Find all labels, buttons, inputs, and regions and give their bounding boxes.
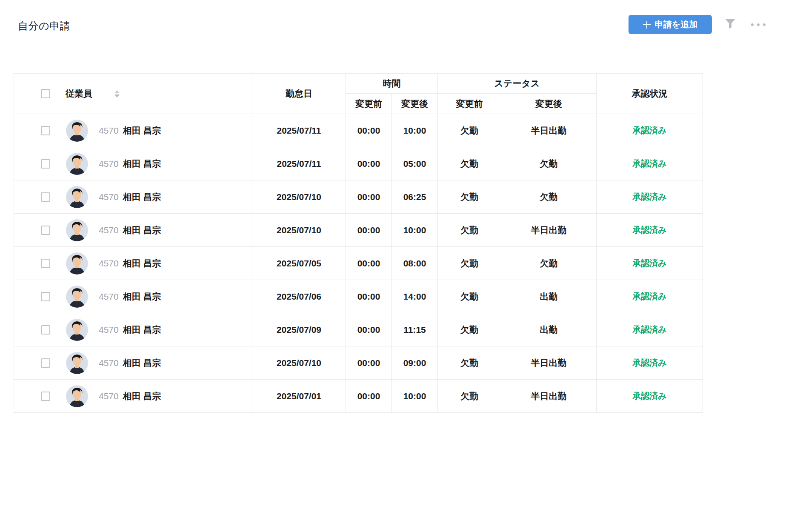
table-row: 4570 相田 昌宗 2025/07/10 00:00 09:00 欠勤 半日出…	[14, 346, 703, 380]
row-checkbox[interactable]	[41, 392, 50, 401]
employee-name: 相田 昌宗	[123, 158, 161, 170]
table-row: 4570 相田 昌宗 2025/07/10 00:00 06:25 欠勤 欠勤 …	[14, 180, 703, 214]
table-row: 4570 相田 昌宗 2025/07/10 00:00 10:00 欠勤 半日出…	[14, 214, 703, 247]
column-header-approval: 承認状況	[597, 74, 703, 114]
more-options-button[interactable]	[749, 20, 768, 29]
employee-id: 4570	[99, 292, 119, 302]
row-checkbox[interactable]	[41, 192, 50, 202]
column-header-date: 勤怠日	[252, 74, 346, 114]
row-checkbox[interactable]	[41, 358, 50, 368]
select-all-checkbox[interactable]	[41, 89, 50, 98]
attendance-date: 2025/07/10	[252, 214, 346, 247]
attendance-date: 2025/07/01	[252, 380, 346, 413]
row-checkbox[interactable]	[41, 292, 50, 301]
avatar	[66, 120, 88, 142]
approval-status: 承認済み	[597, 147, 703, 180]
status-after: 欠勤	[501, 247, 597, 280]
employee-header-label: 従業員	[66, 88, 92, 100]
time-before: 00:00	[346, 346, 392, 380]
time-before: 00:00	[346, 380, 392, 413]
avatar	[66, 153, 88, 175]
employee-name: 相田 昌宗	[123, 324, 161, 336]
status-before: 欠勤	[438, 214, 501, 247]
row-checkbox[interactable]	[41, 159, 50, 169]
plus-icon	[643, 21, 651, 29]
filter-funnel-icon	[724, 25, 737, 31]
column-header-employee: 従業員	[14, 74, 252, 114]
avatar	[66, 286, 88, 308]
status-before: 欠勤	[438, 147, 501, 180]
attendance-date: 2025/07/05	[252, 247, 346, 280]
attendance-date: 2025/07/09	[252, 313, 346, 346]
row-checkbox[interactable]	[41, 126, 50, 135]
approval-status: 承認済み	[597, 313, 703, 346]
column-header-status-after: 変更後	[501, 94, 597, 114]
time-after: 10:00	[392, 214, 438, 247]
approval-status: 承認済み	[597, 214, 703, 247]
employee-id: 4570	[99, 159, 119, 169]
approval-status: 承認済み	[597, 180, 703, 214]
approval-status: 承認済み	[597, 114, 703, 147]
status-before: 欠勤	[438, 114, 501, 147]
filter-button[interactable]	[723, 17, 737, 31]
time-before: 00:00	[346, 247, 392, 280]
avatar	[66, 252, 88, 275]
avatar	[66, 352, 88, 374]
employee-id: 4570	[99, 192, 119, 202]
ellipsis-icon	[751, 23, 754, 26]
row-checkbox[interactable]	[41, 226, 50, 235]
table-row: 4570 相田 昌宗 2025/07/11 00:00 05:00 欠勤 欠勤 …	[14, 147, 703, 180]
row-checkbox[interactable]	[41, 259, 50, 268]
time-after: 11:15	[392, 313, 438, 346]
employee-name: 相田 昌宗	[123, 257, 161, 269]
employee-id: 4570	[99, 358, 119, 368]
column-group-time: 時間	[346, 74, 438, 94]
add-request-button-label: 申請を追加	[655, 19, 697, 30]
attendance-date: 2025/07/06	[252, 280, 346, 313]
employee-name: 相田 昌宗	[123, 357, 161, 369]
table-row: 4570 相田 昌宗 2025/07/06 00:00 14:00 欠勤 出勤 …	[14, 280, 703, 313]
table-row: 4570 相田 昌宗 2025/07/09 00:00 11:15 欠勤 出勤 …	[14, 313, 703, 346]
ellipsis-icon	[763, 23, 766, 26]
sort-asc-icon	[114, 90, 120, 93]
attendance-date: 2025/07/11	[252, 147, 346, 180]
time-after: 05:00	[392, 147, 438, 180]
approval-status: 承認済み	[597, 247, 703, 280]
status-before: 欠勤	[438, 380, 501, 413]
status-before: 欠勤	[438, 180, 501, 214]
status-before: 欠勤	[438, 346, 501, 380]
status-after: 欠勤	[501, 180, 597, 214]
status-after: 半日出勤	[501, 214, 597, 247]
time-before: 00:00	[346, 280, 392, 313]
status-after: 半日出勤	[501, 380, 597, 413]
avatar	[66, 186, 88, 208]
table-row: 4570 相田 昌宗 2025/07/01 00:00 10:00 欠勤 半日出…	[14, 380, 703, 413]
employee-id: 4570	[99, 258, 119, 269]
column-header-status-before: 変更前	[438, 94, 501, 114]
time-before: 00:00	[346, 147, 392, 180]
employee-name: 相田 昌宗	[123, 125, 161, 137]
approval-status: 承認済み	[597, 346, 703, 380]
ellipsis-icon	[757, 23, 760, 26]
time-before: 00:00	[346, 180, 392, 214]
status-after: 半日出勤	[501, 114, 597, 147]
avatar	[66, 319, 88, 341]
approval-status: 承認済み	[597, 380, 703, 413]
status-before: 欠勤	[438, 247, 501, 280]
avatar	[66, 219, 88, 241]
row-checkbox[interactable]	[41, 325, 50, 335]
status-before: 欠勤	[438, 313, 501, 346]
status-after: 出勤	[501, 280, 597, 313]
column-header-time-after: 変更後	[392, 94, 438, 114]
status-before: 欠勤	[438, 280, 501, 313]
attendance-date: 2025/07/10	[252, 346, 346, 380]
add-request-button[interactable]: 申請を追加	[629, 15, 712, 34]
sort-toggle[interactable]	[114, 89, 120, 98]
table-row: 4570 相田 昌宗 2025/07/05 00:00 08:00 欠勤 欠勤 …	[14, 247, 703, 280]
status-after: 出勤	[501, 313, 597, 346]
employee-name: 相田 昌宗	[123, 390, 161, 402]
page-title: 自分の申請	[18, 19, 70, 33]
requests-table: 従業員 勤怠日 時間 ステータス 承認状況 変更前 変更後 変更前 変更後	[14, 73, 703, 413]
table-row: 4570 相田 昌宗 2025/07/11 00:00 10:00 欠勤 半日出…	[14, 114, 703, 147]
time-before: 00:00	[346, 114, 392, 147]
